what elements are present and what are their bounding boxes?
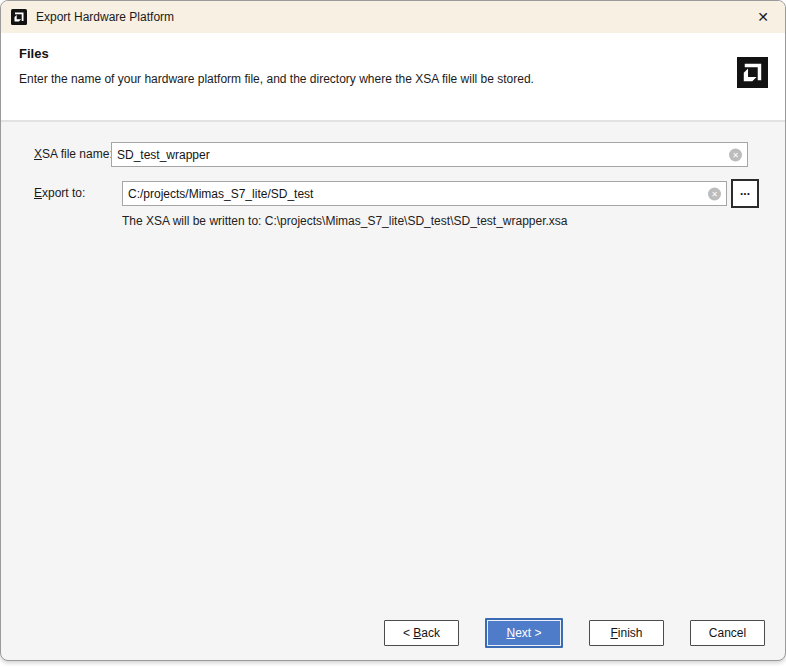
wizard-header: Files Enter the name of your hardware pl… <box>1 33 785 122</box>
browse-button[interactable]: ... <box>731 179 759 208</box>
amd-logo-icon <box>11 9 27 25</box>
page-title: Files <box>19 46 767 61</box>
xsa-file-name-wrap: ✕ <box>111 142 748 167</box>
output-path-info: The XSA will be written to: C:\projects\… <box>122 214 568 228</box>
back-button[interactable]: < Back <box>384 620 459 646</box>
wizard-button-bar: < Back Next > Finish Cancel <box>384 618 765 648</box>
page-description: Enter the name of your hardware platform… <box>19 72 639 86</box>
next-button[interactable]: Next > <box>485 618 563 648</box>
export-to-input[interactable] <box>122 181 727 206</box>
wizard-body: XSA file name: ✕ Export to: ✕ ... The XS… <box>1 124 785 660</box>
clear-icon[interactable]: ✕ <box>708 187 721 200</box>
xsa-file-name-input[interactable] <box>111 142 748 167</box>
export-to-label: Export to: <box>34 186 85 200</box>
finish-button[interactable]: Finish <box>589 620 664 646</box>
export-to-wrap: ✕ <box>122 181 727 206</box>
window-title: Export Hardware Platform <box>36 10 747 24</box>
xsa-file-name-label: XSA file name: <box>34 147 113 161</box>
clear-icon[interactable]: ✕ <box>729 148 742 161</box>
close-icon[interactable]: ✕ <box>747 3 779 31</box>
cancel-button[interactable]: Cancel <box>690 620 765 646</box>
export-hardware-dialog: Export Hardware Platform ✕ Files Enter t… <box>0 0 786 661</box>
title-bar: Export Hardware Platform ✕ <box>1 1 785 33</box>
amd-logo-icon <box>737 57 768 88</box>
